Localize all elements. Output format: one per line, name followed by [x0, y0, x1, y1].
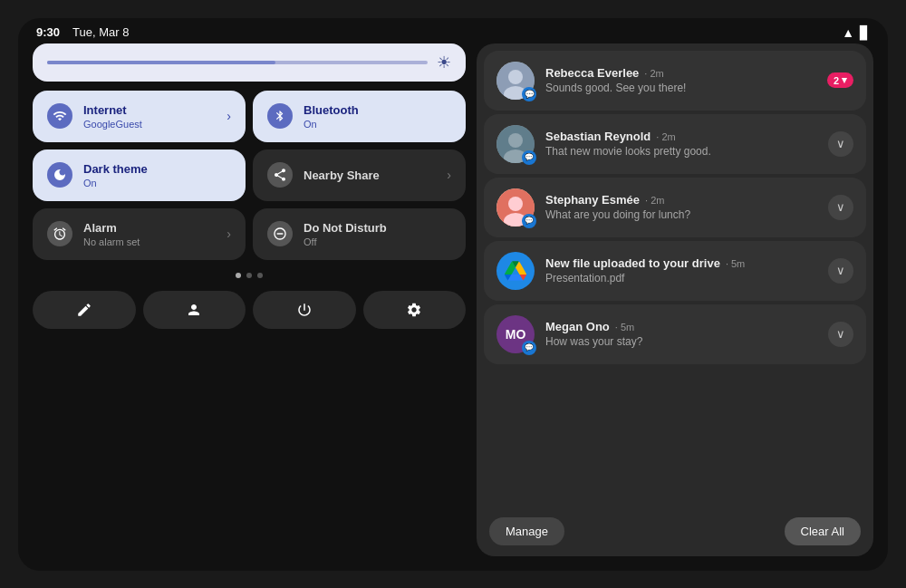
- stephany-message: What are you doing for lunch?: [545, 208, 817, 221]
- internet-subtitle: GoogleGuest: [83, 119, 216, 130]
- megan-avatar-wrap: MO 💬: [496, 315, 535, 353]
- alarm-title: Alarm: [83, 221, 216, 235]
- notifications-list: 💬 Rebecca Everlee · 2m Sounds good. See …: [477, 43, 873, 508]
- left-panel: ☀ Internet GoogleGuest ›: [33, 43, 477, 556]
- alarm-icon: [47, 221, 72, 246]
- brightness-row[interactable]: ☀: [33, 43, 466, 82]
- rebecca-name: Rebecca Everlee: [545, 66, 639, 80]
- notif-stephany[interactable]: 💬 Stephany Esmée · 2m What are you doing…: [484, 178, 866, 237]
- dark-theme-subtitle: On: [83, 178, 231, 188]
- power-button[interactable]: [253, 291, 356, 329]
- megan-time: · 5m: [615, 322, 634, 333]
- sebastian-app-badge: 💬: [522, 150, 536, 165]
- svg-point-1: [508, 70, 523, 84]
- sebastian-expand[interactable]: ∨: [828, 131, 853, 157]
- svg-point-4: [508, 133, 523, 148]
- rebecca-body: Rebecca Everlee · 2m Sounds good. See yo…: [545, 66, 816, 94]
- user-button[interactable]: [143, 291, 246, 329]
- drive-body: New file uploaded to your drive · 5m Pre…: [545, 256, 817, 284]
- alarm-chevron: ›: [226, 227, 231, 241]
- stephany-app-badge: 💬: [522, 214, 536, 228]
- brightness-fill: [47, 61, 275, 64]
- drive-avatar: [496, 252, 535, 290]
- bottom-actions: [33, 291, 466, 329]
- tile-dark-theme[interactable]: Dark theme On: [33, 149, 246, 201]
- drive-time: · 5m: [726, 258, 745, 269]
- megan-actions: ∨: [828, 322, 853, 347]
- tile-bluetooth[interactable]: Bluetooth On: [253, 91, 466, 142]
- right-panel: 💬 Rebecca Everlee · 2m Sounds good. See …: [477, 43, 873, 556]
- clock: 9:30: [36, 25, 60, 39]
- notif-footer: Manage Clear All: [477, 508, 873, 556]
- tile-internet[interactable]: Internet GoogleGuest ›: [33, 91, 246, 142]
- notif-sebastian[interactable]: 💬 Sebastian Reynold · 2m That new movie …: [484, 114, 866, 174]
- battery-icon: ▊: [860, 25, 870, 40]
- nearby-share-text: Nearby Share: [304, 169, 436, 182]
- megan-name: Megan Ono: [545, 320, 610, 333]
- brightness-slider[interactable]: [47, 61, 428, 64]
- megan-app-badge: 💬: [522, 341, 536, 355]
- drive-expand[interactable]: ∨: [828, 258, 853, 284]
- megan-expand[interactable]: ∨: [828, 322, 853, 347]
- drive-header: New file uploaded to your drive · 5m: [545, 256, 817, 270]
- brightness-icon: ☀: [437, 53, 451, 72]
- notif-rebecca[interactable]: 💬 Rebecca Everlee · 2m Sounds good. See …: [484, 51, 866, 111]
- sebastian-time: · 2m: [656, 131, 675, 142]
- dnd-text: Do Not Disturb Off: [304, 221, 451, 247]
- rebecca-actions: 2 ▾: [827, 72, 853, 88]
- rebecca-avatar-wrap: 💬: [496, 62, 535, 100]
- sebastian-body: Sebastian Reynold · 2m That new movie lo…: [545, 130, 817, 158]
- stephany-expand[interactable]: ∨: [828, 195, 853, 220]
- settings-button[interactable]: [363, 291, 467, 329]
- page-dot-2: [246, 273, 252, 278]
- tile-dnd[interactable]: Do Not Disturb Off: [253, 208, 466, 260]
- status-icons: ▲ ▊: [842, 25, 870, 40]
- stephany-avatar-wrap: 💬: [496, 188, 535, 227]
- page-dot-1: [236, 273, 241, 278]
- svg-point-7: [508, 197, 523, 211]
- internet-tile-text: Internet GoogleGuest: [83, 103, 216, 130]
- internet-title: Internet: [83, 103, 216, 117]
- notif-megan[interactable]: MO 💬 Megan Ono · 5m How was your stay?: [484, 304, 866, 364]
- megan-header: Megan Ono · 5m: [545, 320, 817, 333]
- stephany-actions: ∨: [828, 195, 853, 220]
- status-bar: 9:30 Tue, Mar 8 ▲ ▊: [18, 18, 888, 43]
- rebecca-app-badge: 💬: [522, 87, 536, 101]
- rebecca-header: Rebecca Everlee · 2m: [545, 66, 816, 80]
- nearby-share-icon: [267, 162, 293, 188]
- stephany-time: · 2m: [645, 195, 664, 206]
- manage-button[interactable]: Manage: [489, 517, 564, 545]
- clear-all-button[interactable]: Clear All: [785, 517, 861, 545]
- sebastian-avatar-wrap: 💬: [496, 125, 535, 163]
- sebastian-header: Sebastian Reynold · 2m: [545, 130, 817, 143]
- stephany-header: Stephany Esmée · 2m: [545, 193, 817, 207]
- page-dot-3: [257, 273, 263, 278]
- alarm-subtitle: No alarm set: [83, 236, 216, 247]
- wifi-icon: ▲: [842, 25, 854, 40]
- sebastian-name: Sebastian Reynold: [545, 130, 651, 143]
- notif-drive[interactable]: New file uploaded to your drive · 5m Pre…: [484, 241, 866, 301]
- edit-button[interactable]: [33, 291, 136, 329]
- dark-theme-text: Dark theme On: [83, 162, 231, 188]
- nearby-share-title: Nearby Share: [304, 169, 436, 182]
- rebecca-time: · 2m: [644, 68, 663, 79]
- nearby-share-chevron: ›: [447, 168, 451, 182]
- internet-chevron: ›: [226, 109, 231, 123]
- tile-alarm[interactable]: Alarm No alarm set ›: [33, 208, 246, 260]
- dark-theme-title: Dark theme: [83, 162, 231, 176]
- dnd-subtitle: Off: [304, 236, 451, 247]
- sebastian-message: That new movie looks pretty good.: [545, 145, 817, 158]
- tablet-device: 9:30 Tue, Mar 8 ▲ ▊ ☀: [18, 18, 888, 571]
- rebecca-message: Sounds good. See you there!: [545, 82, 816, 94]
- bluetooth-title: Bluetooth: [304, 103, 451, 117]
- alarm-text: Alarm No alarm set: [83, 221, 216, 247]
- tile-nearby-share[interactable]: Nearby Share ›: [253, 149, 466, 201]
- dnd-title: Do Not Disturb: [304, 221, 451, 235]
- sebastian-actions: ∨: [828, 131, 853, 157]
- megan-body: Megan Ono · 5m How was your stay?: [545, 320, 817, 348]
- wifi-tile-icon: [47, 103, 72, 129]
- drive-message: Presentation.pdf: [545, 272, 817, 284]
- dark-theme-icon: [47, 162, 72, 188]
- bluetooth-tile-text: Bluetooth On: [304, 103, 451, 130]
- page-dots: [33, 273, 466, 278]
